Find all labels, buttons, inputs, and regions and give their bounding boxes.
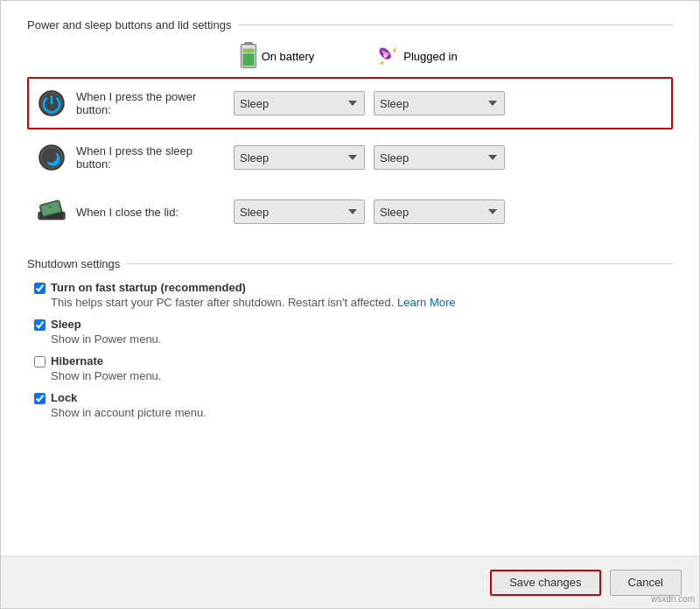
hibernate-label: Hibernate: [51, 354, 161, 368]
lock-checkbox[interactable]: [34, 393, 46, 404]
hibernate-row: Hibernate Show in Power menu.: [27, 354, 673, 382]
lock-label: Lock: [51, 391, 206, 404]
lid-close-plugged-select[interactable]: Sleep Do nothing Hibernate Shut down Tur…: [374, 200, 505, 224]
sleep-button-plugged-select[interactable]: Sleep Do nothing Hibernate Shut down Tur…: [374, 145, 505, 170]
save-changes-button[interactable]: Save changes: [490, 570, 600, 596]
sleep-button-label: When I press the sleep button:: [76, 144, 225, 171]
lock-content: Lock Show in account picture menu.: [51, 391, 206, 419]
sleep-shutdown-checkbox[interactable]: [34, 319, 46, 331]
hibernate-checkbox[interactable]: [34, 356, 46, 368]
sleep-shutdown-content: Sleep Show in Power menu.: [51, 318, 161, 346]
shutdown-section-title: Shutdown settings: [27, 257, 673, 270]
rocket-icon: [375, 44, 400, 68]
sleep-shutdown-label: Sleep: [51, 318, 161, 331]
fast-startup-checkbox[interactable]: [34, 283, 46, 294]
lid-icon: [36, 196, 67, 228]
sleep-shutdown-desc: Show in Power menu.: [51, 332, 161, 346]
svg-marker-9: [393, 47, 396, 52]
lid-close-battery-select[interactable]: Sleep Do nothing Hibernate Shut down Tur…: [234, 200, 365, 224]
power-button-dropdowns: Sleep Do nothing Hibernate Shut down Tur…: [234, 91, 505, 116]
column-headers: On battery Plugged in: [211, 42, 673, 70]
sleep-button-row: When I press the sleep button: Sleep Do …: [27, 131, 673, 184]
power-button-label: When I press the power button:: [76, 90, 225, 116]
battery-column-header: On battery: [211, 42, 342, 70]
fast-startup-content: Turn on fast startup (recommended) This …: [51, 281, 456, 309]
fast-startup-row: Turn on fast startup (recommended) This …: [27, 281, 673, 309]
fast-startup-desc: This helps start your PC faster after sh…: [51, 296, 456, 309]
settings-window: Power and sleep buttons and lid settings…: [0, 0, 700, 609]
watermark: wsxdn.com: [651, 594, 695, 604]
sleep-button-battery-select[interactable]: Sleep Do nothing Hibernate Shut down Tur…: [234, 145, 365, 170]
cancel-button[interactable]: Cancel: [610, 570, 682, 596]
lock-desc: Show in account picture menu.: [51, 406, 206, 419]
lid-close-dropdowns: Sleep Do nothing Hibernate Shut down Tur…: [234, 200, 505, 224]
battery-label: On battery: [262, 50, 315, 63]
sleep-button-icon: [36, 142, 67, 173]
power-button-battery-select[interactable]: Sleep Do nothing Hibernate Shut down Tur…: [234, 91, 365, 116]
power-sleep-section-title: Power and sleep buttons and lid settings: [27, 18, 673, 32]
power-button-plugged-select[interactable]: Sleep Do nothing Hibernate Shut down Tur…: [374, 91, 505, 116]
sleep-button-dropdowns: Sleep Do nothing Hibernate Shut down Tur…: [234, 145, 505, 170]
power-button-row: When I press the power button: Sleep Do …: [27, 77, 673, 130]
learn-more-link[interactable]: Learn More: [397, 296, 455, 309]
shutdown-section: Shutdown settings Turn on fast startup (…: [27, 257, 673, 419]
pluggedin-column-header: Plugged in: [351, 44, 482, 68]
battery-icon: [239, 42, 258, 70]
fast-startup-label: Turn on fast startup (recommended): [51, 281, 456, 294]
pluggedin-label: Plugged in: [403, 50, 457, 63]
lock-row: Lock Show in account picture menu.: [27, 391, 673, 419]
sleep-shutdown-row: Sleep Show in Power menu.: [27, 318, 673, 346]
lid-close-label: When I close the lid:: [76, 206, 225, 219]
power-button-icon: [36, 88, 67, 119]
lid-close-row: When I close the lid: Sleep Do nothing H…: [27, 186, 673, 238]
svg-marker-8: [379, 61, 384, 65]
hibernate-desc: Show in Power menu.: [51, 369, 161, 382]
bottom-bar: Save changes Cancel: [1, 556, 699, 608]
hibernate-content: Hibernate Show in Power menu.: [51, 354, 161, 382]
